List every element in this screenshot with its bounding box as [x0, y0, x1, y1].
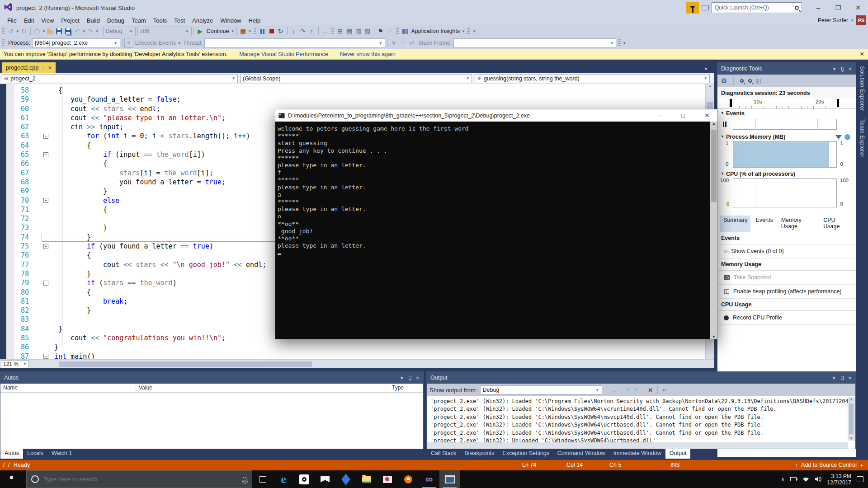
- minimize-button[interactable]: –: [808, 1, 828, 14]
- save-all-icon[interactable]: [64, 26, 73, 36]
- restart-icon[interactable]: ↻: [276, 26, 285, 36]
- panel-tab-exception-settings[interactable]: Exception Settings: [498, 449, 553, 459]
- horizontal-scrollbar-thumb[interactable]: [59, 361, 312, 367]
- lifecycle-events-label[interactable]: Lifecycle Events: [135, 40, 176, 46]
- output-vertical-scrollbar[interactable]: ▲▼: [848, 397, 855, 441]
- memory-chart[interactable]: [733, 141, 837, 168]
- toolbar-overflow-icon[interactable]: ▼: [623, 41, 626, 45]
- taskbar-search[interactable]: [26, 470, 252, 488]
- filter-funnel-icon[interactable]: [835, 135, 842, 139]
- zoom-in-icon[interactable]: +: [740, 79, 744, 83]
- menu-file[interactable]: File: [4, 16, 20, 25]
- close-panel-icon[interactable]: ✕: [848, 375, 852, 380]
- window-position-icon[interactable]: ▼: [832, 375, 836, 380]
- close-tab-icon[interactable]: ✕: [48, 65, 52, 71]
- hidden-icons-chevron[interactable]: ∧: [781, 476, 785, 482]
- toggle-frames-icon[interactable]: ⇄: [407, 38, 416, 48]
- panel-tab-call-stack[interactable]: Call Stack: [427, 449, 460, 459]
- console-minimize-icon[interactable]: –: [649, 109, 670, 122]
- diagnostic-tools-caption[interactable]: Diagnostic Tools ▼ ✕: [717, 63, 856, 75]
- close-button[interactable]: ✕: [848, 1, 868, 14]
- taskbar-app-task-view[interactable]: [252, 470, 273, 488]
- menu-project[interactable]: Project: [57, 16, 83, 25]
- error-list-window-icon[interactable]: ▧: [363, 26, 372, 36]
- autos-caption[interactable]: Autos ▼ ✕: [0, 372, 423, 384]
- avatar[interactable]: PS: [856, 15, 866, 25]
- fold-marker-icon[interactable]: −: [38, 352, 54, 359]
- quick-launch-search[interactable]: [712, 2, 802, 13]
- fold-marker-icon[interactable]: −: [38, 196, 54, 205]
- notification-close-icon[interactable]: ✕: [860, 51, 864, 57]
- pin-icon[interactable]: [409, 376, 411, 380]
- menu-help[interactable]: Help: [245, 16, 264, 25]
- output-caption[interactable]: Output ▼ ✕: [427, 372, 855, 384]
- reset-view-icon[interactable]: [756, 79, 761, 84]
- taskbar-app-file-explorer[interactable]: [356, 470, 377, 488]
- side-tab-team-explorer[interactable]: Team Explorer: [859, 119, 865, 158]
- step-into-icon[interactable]: ↓: [289, 26, 298, 36]
- redo-icon[interactable]: ↷: [86, 26, 95, 36]
- bookmark-outline-icon[interactable]: ⚐: [385, 26, 394, 36]
- continue-button[interactable]: ▶: [196, 26, 205, 36]
- navigate-back-icon[interactable]: ↺: [6, 26, 15, 36]
- taskbar-app-console-app[interactable]: [439, 470, 460, 488]
- window-position-icon[interactable]: ▼: [832, 66, 837, 71]
- solution-config-dropdown[interactable]: Debug▼: [103, 27, 136, 36]
- panel-tab-watch-1[interactable]: Watch 1: [47, 449, 76, 459]
- cpu-chart[interactable]: [733, 178, 837, 207]
- code-line-86[interactable]: 86}: [0, 343, 705, 352]
- continue-label[interactable]: Continue: [207, 28, 229, 34]
- action-center-icon[interactable]: [857, 476, 863, 482]
- toolbar-grip[interactable]: [396, 28, 399, 35]
- open-file-icon[interactable]: [46, 26, 55, 36]
- fold-marker-icon[interactable]: −: [38, 150, 54, 159]
- output-horizontal-scrollbar[interactable]: [427, 442, 848, 449]
- settings-gear-icon[interactable]: ⚙: [721, 77, 727, 85]
- console-window[interactable]: D:\modules\Peter\intro_to_programing\8th…: [275, 109, 718, 339]
- never-show-again-link[interactable]: Never show this again: [340, 51, 396, 57]
- tab-overflow-icon[interactable]: ▼: [704, 67, 708, 71]
- show-next-statement-icon[interactable]: →: [321, 26, 330, 36]
- cpu-section-header[interactable]: CPU (% of all processors): [717, 169, 856, 178]
- stop-debugging-icon[interactable]: [267, 26, 276, 36]
- console-maximize-icon[interactable]: □: [673, 109, 693, 122]
- side-tab-solution-explorer[interactable]: Solution Explorer: [859, 66, 865, 111]
- panel-tab-immediate-window[interactable]: Immediate Window: [609, 449, 665, 459]
- heap-profiling-button[interactable]: Enable heap profiling (affects performan…: [717, 285, 856, 299]
- step-over-icon[interactable]: ↷: [298, 26, 307, 36]
- stack-frame-dropdown[interactable]: ▼: [453, 38, 616, 48]
- notifications-flag-icon[interactable]: [686, 2, 699, 14]
- output-log-text[interactable]: 'progect_2.exe' (Win32): Loaded 'C:\Prog…: [427, 396, 855, 449]
- fold-marker-icon[interactable]: −: [38, 242, 54, 251]
- taskbar-app-visual-studio[interactable]: ∞: [419, 470, 439, 488]
- microphone-icon[interactable]: [243, 477, 246, 482]
- step-out-icon[interactable]: ↑: [307, 26, 316, 36]
- menu-debug[interactable]: Debug: [104, 16, 128, 25]
- take-snapshot-button[interactable]: Take Snapshot: [717, 271, 856, 285]
- clear-all-icon[interactable]: ✕: [648, 387, 653, 394]
- scope-dropdown[interactable]: (Global Scope)▼: [241, 74, 472, 83]
- window-position-icon[interactable]: ▼: [400, 375, 404, 380]
- platform-dropdown[interactable]: x86▼: [137, 27, 192, 36]
- menu-analyze[interactable]: Analyze: [189, 16, 217, 25]
- application-insights-icon[interactable]: [401, 26, 410, 36]
- new-item-icon[interactable]: ▢: [33, 26, 42, 36]
- flagged-threads-icon[interactable]: ▼: [389, 38, 398, 48]
- fold-marker-icon[interactable]: −: [38, 131, 54, 141]
- application-insights-label[interactable]: Application Insights: [411, 28, 460, 34]
- toolbar-overflow-icon[interactable]: ▼: [472, 29, 476, 33]
- save-icon[interactable]: [55, 26, 64, 36]
- toolbar-grip[interactable]: [2, 39, 5, 47]
- manage-performance-link[interactable]: Manage Visual Studio Performance: [239, 51, 328, 57]
- battery-icon[interactable]: [790, 477, 797, 481]
- show-threads-icon[interactable]: ≡: [398, 38, 407, 48]
- start-button[interactable]: [0, 470, 26, 488]
- diag-tab-events[interactable]: Events: [752, 216, 776, 232]
- panel-tab-locals[interactable]: Locals: [23, 449, 47, 459]
- toolbar-grip[interactable]: [331, 28, 334, 35]
- restore-button[interactable]: ❐: [828, 1, 848, 14]
- timeline-ruler[interactable]: 10s 20s: [717, 98, 856, 109]
- taskbar-app-mail[interactable]: [315, 470, 335, 488]
- fold-marker-icon[interactable]: −: [38, 278, 54, 287]
- user-name[interactable]: Peter Surfer: [818, 17, 848, 23]
